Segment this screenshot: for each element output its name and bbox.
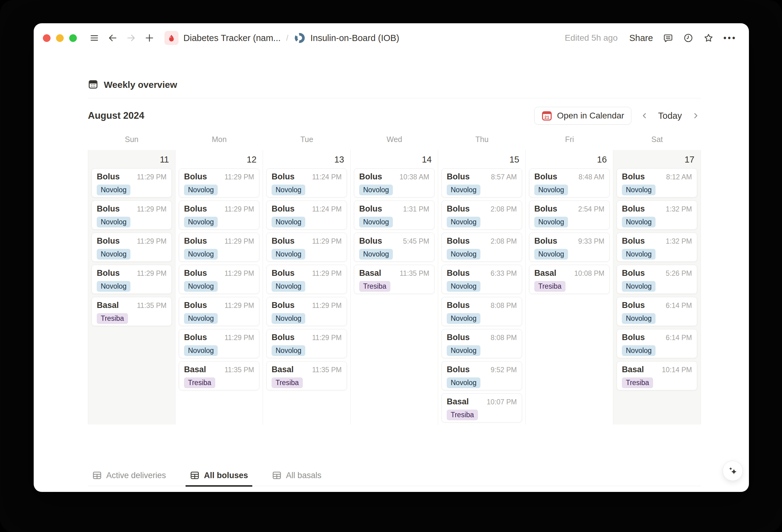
screen-background: Diabetes Tracker (nam... / Insulin-on-Bo… [0, 0, 782, 532]
view-title[interactable]: Weekly overview [104, 80, 177, 90]
event-title: Basal [272, 365, 294, 375]
event-card-bolus[interactable]: Bolus 5:45 PM Novolog [354, 233, 434, 262]
tab-all-basals[interactable]: All basals [268, 470, 326, 487]
day-header-thu: Thu [438, 135, 526, 144]
more-options-icon[interactable]: ••• [723, 33, 737, 43]
event-card-bolus[interactable]: Bolus 11:29 PM Novolog [266, 297, 347, 326]
event-time: 10:07 PM [487, 398, 517, 406]
calendar-header: August 2024 21 Open in Calendar Today [88, 107, 701, 125]
event-card-bolus[interactable]: Bolus 11:24 PM Novolog [266, 201, 347, 229]
event-list: Bolus 10:38 AM Novolog Bolus 1:31 PM Nov… [351, 167, 438, 294]
event-time: 6:14 PM [666, 334, 692, 342]
event-card-bolus[interactable]: Bolus 8:08 PM Novolog [441, 329, 522, 358]
event-card-bolus[interactable]: Bolus 2:08 PM Novolog [441, 233, 522, 262]
view-tabs: Active deliveries All boluses All basals [88, 470, 701, 486]
tab-all-boluses[interactable]: All boluses [185, 470, 252, 487]
event-card-bolus[interactable]: Bolus 11:29 PM Novolog [92, 201, 172, 229]
event-time: 11:29 PM [224, 302, 254, 310]
event-time: 11:24 PM [312, 205, 342, 213]
event-time: 11:29 PM [224, 237, 254, 246]
ai-assistant-button[interactable] [722, 461, 743, 481]
event-card-basal[interactable]: Basal 10:07 PM Tresiba [441, 393, 522, 422]
event-card-bolus[interactable]: Bolus 11:29 PM Novolog [179, 233, 259, 262]
insulin-tag: Novolog [184, 217, 218, 227]
event-card-bolus[interactable]: Bolus 1:32 PM Novolog [617, 201, 697, 229]
zoom-window-button[interactable] [69, 34, 77, 42]
event-card-bolus[interactable]: Bolus 11:24 PM Novolog [266, 168, 347, 198]
event-card-bolus[interactable]: Bolus 8:57 AM Novolog [441, 168, 522, 198]
event-card-bolus[interactable]: Bolus 11:29 PM Novolog [179, 297, 259, 326]
insulin-tag: Novolog [622, 313, 655, 324]
tab-label: All basals [286, 471, 321, 480]
breadcrumb-workspace[interactable]: Diabetes Tracker (nam... [183, 33, 281, 43]
new-page-icon[interactable] [144, 33, 155, 43]
event-card-bolus[interactable]: Bolus 1:32 PM Novolog [617, 233, 697, 262]
event-title: Bolus [184, 269, 207, 278]
event-time: 11:29 PM [224, 205, 254, 213]
event-card-bolus[interactable]: Bolus 6:33 PM Novolog [441, 265, 522, 294]
insulin-tag: Novolog [622, 185, 655, 195]
event-card-bolus[interactable]: Bolus 8:08 PM Novolog [441, 297, 522, 326]
next-week-chevron-icon[interactable] [690, 110, 701, 121]
tab-label: All boluses [204, 471, 248, 480]
insulin-tag: Novolog [184, 281, 218, 292]
updates-clock-icon[interactable] [683, 33, 694, 43]
event-card-bolus[interactable]: Bolus 11:29 PM Novolog [266, 265, 347, 294]
close-window-button[interactable] [43, 34, 50, 42]
event-card-bolus[interactable]: Bolus 8:48 AM Novolog [529, 168, 610, 198]
event-time: 5:45 PM [403, 237, 429, 246]
day-column-17: 17 Bolus 8:12 AM Novolog Bolus 1:32 PM N… [613, 150, 701, 425]
day-header-wed: Wed [351, 135, 438, 144]
event-card-bolus[interactable]: Bolus 11:29 PM Novolog [92, 265, 172, 294]
event-card-bolus[interactable]: Bolus 8:12 AM Novolog [617, 168, 697, 198]
event-card-basal[interactable]: Basal 11:35 PM Tresiba [92, 297, 172, 326]
day-number: 13 [263, 150, 350, 167]
sidebar-menu-icon[interactable] [89, 33, 100, 43]
open-in-calendar-button[interactable]: 21 Open in Calendar [534, 107, 631, 125]
comments-icon[interactable] [663, 33, 673, 43]
favorite-star-icon[interactable] [703, 33, 714, 43]
breadcrumb-page[interactable]: Insulin-on-Board (IOB) [311, 33, 399, 43]
day-headers: SunMonTueWedThuFriSat [88, 135, 701, 144]
today-button[interactable]: Today [658, 111, 682, 121]
event-time: 10:08 PM [574, 270, 604, 278]
tab-active-deliveries[interactable]: Active deliveries [88, 470, 170, 487]
prev-week-chevron-icon[interactable] [639, 110, 650, 121]
event-card-bolus[interactable]: Bolus 2:08 PM Novolog [441, 201, 522, 229]
event-card-bolus[interactable]: Bolus 11:29 PM Novolog [92, 233, 172, 262]
event-time: 6:33 PM [491, 270, 517, 278]
minimize-window-button[interactable] [56, 34, 64, 42]
back-arrow-icon[interactable] [107, 33, 118, 43]
event-card-bolus[interactable]: Bolus 9:33 PM Novolog [529, 233, 610, 262]
share-button[interactable]: Share [629, 33, 653, 43]
event-card-bolus[interactable]: Bolus 10:38 AM Novolog [354, 168, 434, 198]
insulin-tag: Novolog [447, 345, 481, 356]
event-card-bolus[interactable]: Bolus 11:29 PM Novolog [266, 329, 347, 358]
event-card-basal[interactable]: Basal 11:35 PM Tresiba [354, 265, 434, 294]
event-card-basal[interactable]: Basal 11:35 PM Tresiba [266, 361, 347, 390]
event-card-bolus[interactable]: Bolus 2:54 PM Novolog [529, 201, 610, 229]
event-card-basal[interactable]: Basal 10:08 PM Tresiba [529, 265, 610, 294]
event-card-bolus[interactable]: Bolus 6:14 PM Novolog [617, 329, 697, 358]
event-title: Bolus [272, 269, 294, 278]
event-card-bolus[interactable]: Bolus 11:29 PM Novolog [179, 201, 259, 229]
event-card-bolus[interactable]: Bolus 11:29 PM Novolog [92, 168, 172, 198]
insulin-tag: Tresiba [622, 378, 653, 388]
event-card-bolus[interactable]: Bolus 11:29 PM Novolog [179, 265, 259, 294]
forward-arrow-icon[interactable] [126, 33, 136, 43]
event-card-basal[interactable]: Basal 11:35 PM Tresiba [179, 361, 259, 390]
event-card-bolus[interactable]: Bolus 1:31 PM Novolog [354, 201, 434, 229]
event-card-bolus[interactable]: Bolus 5:26 PM Novolog [617, 265, 697, 294]
event-card-basal[interactable]: Basal 10:14 PM Tresiba [617, 361, 697, 390]
insulin-tag: Novolog [97, 217, 131, 227]
insulin-tag: Novolog [272, 281, 305, 292]
event-card-bolus[interactable]: Bolus 11:29 PM Novolog [179, 329, 259, 358]
insulin-tag: Novolog [447, 185, 481, 195]
event-card-bolus[interactable]: Bolus 9:52 PM Novolog [441, 361, 522, 390]
event-card-bolus[interactable]: Bolus 11:29 PM Novolog [179, 168, 259, 198]
day-number: 17 [613, 150, 701, 167]
event-card-bolus[interactable]: Bolus 6:14 PM Novolog [617, 297, 697, 326]
event-card-bolus[interactable]: Bolus 11:29 PM Novolog [266, 233, 347, 262]
insulin-tag: Novolog [447, 249, 481, 259]
event-title: Bolus [272, 236, 294, 246]
